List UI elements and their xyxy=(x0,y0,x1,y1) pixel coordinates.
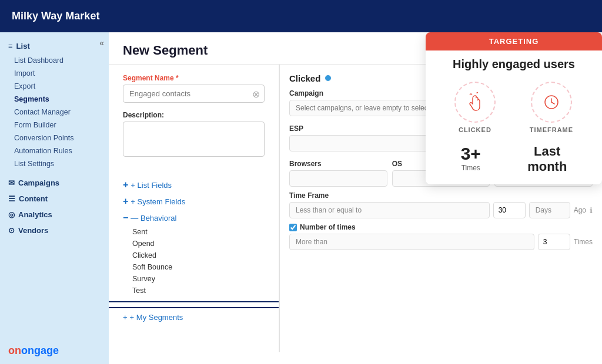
esp-select[interactable] xyxy=(289,135,438,151)
number-times-input[interactable] xyxy=(538,234,570,250)
behavioral-item-soft-bounce[interactable]: Soft Bounce xyxy=(132,261,265,273)
number-times-row: More than Times xyxy=(289,234,593,250)
desc-label: Description: xyxy=(123,111,265,119)
targeting-value-item-2: Last month xyxy=(527,144,567,175)
sidebar-item-export[interactable]: Export xyxy=(0,80,109,93)
list-fields-toggle[interactable]: + + List Fields xyxy=(123,177,265,193)
sidebar-item-form-builder[interactable]: Form Builder xyxy=(0,119,109,132)
sidebar-item-segments[interactable]: Segments xyxy=(0,93,109,106)
fields-section: + + List Fields + + System Fields − — Be… xyxy=(109,177,279,296)
segment-name-input[interactable] xyxy=(123,85,265,103)
ongage-logo: onongage xyxy=(8,345,59,357)
timeframe-label: Time Frame xyxy=(289,191,593,200)
clicked-title: Clicked xyxy=(289,73,331,83)
system-fields-toggle[interactable]: + + System Fields xyxy=(123,193,265,210)
targeting-title: Highly engaged users xyxy=(426,50,602,76)
input-clear-icon[interactable]: ⊗ xyxy=(252,88,260,99)
timeframe-number-input[interactable] xyxy=(493,202,526,218)
sidebar-item-analytics[interactable]: ◎ Analytics xyxy=(0,207,109,223)
name-label: Segment Name * xyxy=(123,74,265,82)
timeframe-select[interactable]: Less than or equal to xyxy=(289,202,490,218)
timeframe-row: Less than or equal to Days Ago ℹ xyxy=(289,202,593,218)
vendors-icon: ⊙ xyxy=(8,226,15,235)
browsers-group: Browsers xyxy=(289,155,387,187)
sidebar-item-list-dashboard[interactable]: List Dashboard xyxy=(0,54,109,67)
desc-field-group: Description: xyxy=(123,111,265,159)
number-times-checkbox[interactable] xyxy=(289,224,297,231)
targeting-clicked-label: CLICKED xyxy=(454,126,496,133)
click-svg xyxy=(464,91,486,113)
targeting-icons: CLICKED TIMEFRAME xyxy=(426,76,602,139)
sidebar: « ≡ List List Dashboard Import Export Se… xyxy=(0,32,109,364)
targeting-last-value: Last month xyxy=(527,144,567,175)
number-times-select[interactable]: More than xyxy=(289,234,534,250)
blue-dot xyxy=(325,75,331,81)
targeting-values: 3+ Times Last month xyxy=(426,139,602,184)
analytics-icon: ◎ xyxy=(8,210,15,219)
behavioral-item-opend[interactable]: Opend xyxy=(132,238,265,250)
name-field-group: Segment Name * ⊗ xyxy=(123,74,265,103)
number-times-unit-label: Times xyxy=(574,238,593,246)
targeting-value-item-1: 3+ Times xyxy=(461,144,481,175)
targeting-badge: TARGETING xyxy=(426,32,602,50)
sidebar-item-vendors[interactable]: ⊙ Vendors xyxy=(0,223,109,238)
behavioral-item-test[interactable]: Test xyxy=(132,285,265,296)
sidebar-item-campaigns[interactable]: ✉ Campaigns xyxy=(0,175,109,191)
targeting-clicked-item: CLICKED xyxy=(454,82,496,133)
content-icon: ☰ xyxy=(8,194,15,203)
sidebar-item-list[interactable]: ≡ List xyxy=(0,38,109,54)
browsers-label: Browsers xyxy=(289,160,387,168)
content-panel: New Segment Segment Name * xyxy=(109,32,602,364)
esp-group: ESP xyxy=(289,120,438,151)
sidebar-item-automation-rules[interactable]: Automation Rules xyxy=(0,144,109,157)
timeframe-unit-select[interactable]: Days xyxy=(529,202,570,218)
number-times-label-row: Number of times xyxy=(289,223,593,231)
sidebar-collapse-button[interactable]: « xyxy=(99,38,104,48)
targeting-timeframe-label: TIMEFRAME xyxy=(530,126,573,133)
esp-label: ESP xyxy=(289,124,438,133)
sidebar-item-conversion-points[interactable]: Conversion Points xyxy=(0,132,109,144)
my-segments-plus: + xyxy=(123,313,128,322)
behavioral-item-survey[interactable]: Survey xyxy=(132,273,265,285)
my-segments-toggle[interactable]: + + My Segments xyxy=(109,307,279,326)
campaigns-icon: ✉ xyxy=(8,178,15,187)
sidebar-item-list-settings[interactable]: List Settings xyxy=(0,157,109,170)
targeting-timeframe-item: TIMEFRAME xyxy=(530,82,573,133)
top-header: Milky Way Market xyxy=(0,0,602,32)
behavioral-item-sent[interactable]: Sent xyxy=(132,226,265,238)
targeting-times-sub: Times xyxy=(461,164,481,172)
name-input-wrapper: ⊗ xyxy=(123,85,265,103)
sidebar-item-content[interactable]: ☰ Content xyxy=(0,191,109,207)
behavioral-toggle[interactable]: − — Behavioral xyxy=(123,210,265,226)
clock-svg xyxy=(540,91,563,113)
behavioral-items: Sent Opend Clicked Soft Bounce Survey Te… xyxy=(123,226,265,296)
timeframe-ago-label: Ago xyxy=(574,206,586,214)
sidebar-item-import[interactable]: Import xyxy=(0,67,109,80)
behavioral-item-clicked[interactable]: Clicked xyxy=(132,250,265,261)
sidebar-item-contact-manager[interactable]: Contact Manager xyxy=(0,106,109,119)
segment-desc-input[interactable] xyxy=(123,122,265,157)
targeting-clicks-value: 3+ xyxy=(461,144,481,164)
main-area: « ≡ List List Dashboard Import Export Se… xyxy=(0,32,602,364)
segment-form: Segment Name * ⊗ Description: xyxy=(109,65,279,177)
targeting-timeframe-icon xyxy=(531,82,572,123)
browsers-select[interactable] xyxy=(289,170,387,187)
targeting-overlay: TARGETING Highly engaged users CLICKED xyxy=(426,32,602,184)
list-icon: ≡ xyxy=(8,42,13,50)
number-times-label: Number of times xyxy=(300,223,356,231)
timeframe-info-icon[interactable]: ℹ xyxy=(590,206,593,215)
app-name: Milky Way Market xyxy=(12,10,99,22)
targeting-clicked-icon xyxy=(454,82,496,123)
app-shell: Milky Way Market « ≡ List List Dashboard… xyxy=(0,0,602,364)
